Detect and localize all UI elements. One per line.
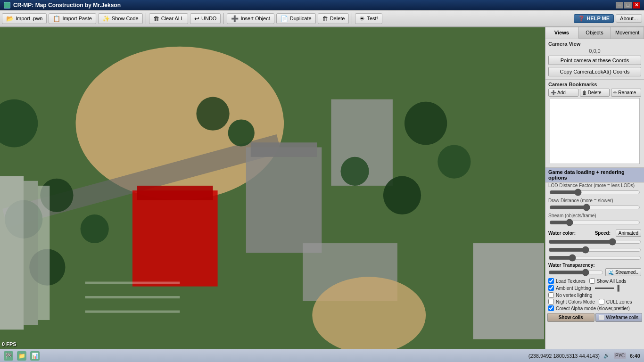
undo-label: UNDO — [201, 16, 216, 21]
app-title: CR-MP: Map Construction by Mr.Jekson — [13, 2, 121, 8]
tab-objects[interactable]: Objects — [578, 27, 611, 39]
taskbar-icon-start[interactable]: 🏁 — [4, 351, 13, 361]
viewport[interactable]: 0 FPS — [0, 27, 545, 349]
correct-alpha-checkbox[interactable] — [548, 305, 554, 311]
show-all-lods-checkbox[interactable] — [589, 278, 595, 284]
camera-view-section: Camera View 0,0,0 Point camera at these … — [545, 39, 644, 80]
water-blue-slider[interactable] — [548, 255, 641, 261]
bookmark-add-button[interactable]: ➕ Add — [548, 89, 578, 97]
render-section: Game data loading + rendering options LO… — [545, 168, 644, 323]
delete-icon: 🗑 — [322, 15, 328, 22]
minimize-button[interactable]: ─ — [616, 2, 623, 8]
ambient-slider-visual — [595, 288, 614, 289]
streamed-icon: 🌊 — [608, 270, 614, 275]
render-title[interactable]: Game data loading + rendering options — [545, 168, 644, 182]
bookmark-delete-button[interactable]: 🗑 Delete — [580, 89, 610, 97]
no-vertex-label[interactable]: No vertex lighting — [556, 293, 592, 298]
streamed-button[interactable]: 🌊 Streamed.. — [605, 268, 641, 276]
night-colors-label[interactable]: Night Colors Mode — [556, 299, 595, 304]
main-area: 0 FPS Views Objects Movement Camera View… — [0, 27, 644, 349]
taskbar-icon-folder[interactable]: 📁 — [17, 351, 26, 361]
ambient-lighting-checkbox[interactable] — [548, 285, 554, 291]
clear-all-button[interactable]: 🗑 Clear ALL — [149, 13, 188, 24]
water-color-label: Water color: — [548, 230, 576, 236]
ambient-lighting-row: Ambient Lighting ▐ — [545, 284, 644, 292]
bookmark-add-label: Add — [557, 90, 566, 95]
import-paste-button[interactable]: 📋 Import Paste — [49, 13, 96, 24]
correct-alpha-row: Corect Alpha mode (slower,prettier) — [545, 305, 644, 312]
titlebar-left: CR-MP: Map Construction by Mr.Jekson — [4, 2, 121, 8]
show-coils-button[interactable]: Show coils — [547, 313, 594, 322]
tab-views[interactable]: Views — [545, 27, 578, 39]
taskbar-icon-app[interactable]: 📊 — [30, 351, 40, 361]
bookmark-add-icon: ➕ — [551, 90, 556, 95]
night-colors-checkbox[interactable] — [548, 299, 554, 304]
statusbar-left: 🏁 📁 📊 — [4, 351, 40, 361]
draw-distance-slider[interactable] — [549, 204, 640, 211]
cull-zones-checkbox[interactable] — [599, 299, 604, 304]
duplicate-button[interactable]: 📄 Duplicate — [276, 13, 316, 24]
duplicate-icon: 📄 — [281, 15, 288, 22]
statusbar: 🏁 📁 📊 (238.9492 1800.5313 44.4143) 🔊 РУС… — [0, 349, 644, 362]
bookmark-toolbar: ➕ Add 🗑 Delete ✏ Rename — [548, 89, 641, 97]
water-green-slider[interactable] — [548, 247, 641, 253]
toolbar-sep-2 — [223, 13, 224, 24]
lod-slider[interactable] — [549, 189, 640, 196]
titlebar: CR-MP: Map Construction by Mr.Jekson ─ □… — [0, 0, 644, 10]
camera-bookmarks-section: Camera Bookmarks ➕ Add 🗑 Delete ✏ Rename — [545, 80, 644, 168]
delete-button[interactable]: 🗑 Delete — [318, 13, 349, 24]
stream-label: Stream (objects/frame) — [545, 213, 644, 219]
copy-camera-button[interactable]: Copy CameraLookAt() Coords — [548, 67, 641, 76]
about-button[interactable]: About... — [616, 14, 642, 23]
titlebar-controls: ─ □ ✕ — [616, 2, 640, 8]
water-red-slider[interactable] — [548, 239, 641, 245]
night-colors-row: Night Colors Mode CULL zones — [545, 298, 644, 305]
correct-alpha-label[interactable]: Corect Alpha mode (slower,prettier) — [556, 306, 630, 311]
insert-object-icon: ➕ — [231, 15, 239, 22]
test-icon: ☀ — [359, 15, 365, 22]
ambient-lighting-label[interactable]: Ambient Lighting — [556, 286, 591, 291]
bookmark-rename-button[interactable]: ✏ Rename — [611, 89, 641, 97]
maximize-button[interactable]: □ — [624, 2, 632, 8]
wireframe-coils-label: Wireframe coils — [606, 315, 638, 320]
close-button[interactable]: ✕ — [633, 2, 640, 8]
clock: 6:40 — [630, 353, 640, 359]
help-button[interactable]: ❓ HELP ME — [574, 14, 614, 23]
stream-slider[interactable] — [549, 219, 640, 226]
camera-bookmarks-title: Camera Bookmarks — [548, 82, 641, 87]
load-textures-checkbox[interactable] — [548, 278, 554, 284]
water-transparency-slider[interactable] — [548, 269, 603, 276]
insert-object-button[interactable]: ➕ Insert Object — [227, 13, 274, 24]
import-paste-label: Import Paste — [62, 16, 91, 21]
show-code-label: Show Code — [112, 16, 139, 21]
camera-coords: 0,0,0 — [548, 48, 641, 54]
water-blue-row — [548, 254, 641, 262]
load-textures-label[interactable]: Load Textures — [556, 279, 586, 284]
animated-button[interactable]: Animated — [616, 230, 641, 237]
bookmark-rename-label: Rename — [618, 90, 636, 95]
point-camera-button[interactable]: Point camera at these Coords — [548, 56, 641, 65]
no-vertex-checkbox[interactable] — [548, 292, 554, 298]
streamed-label: Streamed.. — [615, 270, 638, 275]
cull-zones-label[interactable]: CULL zones — [606, 299, 632, 304]
clear-all-icon: 🗑 — [153, 15, 159, 22]
panel-tabs: Views Objects Movement — [545, 27, 644, 39]
scene-canvas — [0, 27, 545, 349]
water-speed-label: Speed: — [595, 230, 611, 236]
test-button[interactable]: ☀ Test! — [355, 13, 382, 24]
app-icon — [4, 2, 10, 8]
bookmark-delete-label: Delete — [588, 90, 602, 95]
undo-icon: ↩ — [194, 15, 199, 22]
wireframe-coils-button[interactable]: ⬜ Wireframe coils — [595, 313, 643, 322]
clear-all-label: Clear ALL — [161, 16, 184, 21]
import-pwn-button[interactable]: 📂 Import .pwn — [2, 13, 47, 24]
water-red-row — [548, 238, 641, 246]
show-code-button[interactable]: ✨ Show Code — [98, 13, 143, 24]
wireframe-icon: ⬜ — [599, 315, 604, 320]
show-coils-label: Show coils — [559, 315, 583, 320]
undo-button[interactable]: ↩ UNDO — [190, 13, 221, 24]
tab-movement[interactable]: Movement — [611, 27, 644, 39]
status-coords: (238.9492 1800.5313 44.4143) — [528, 353, 600, 359]
show-all-lods-label[interactable]: Show All Lods — [597, 279, 627, 284]
import-paste-icon: 📋 — [53, 15, 60, 22]
